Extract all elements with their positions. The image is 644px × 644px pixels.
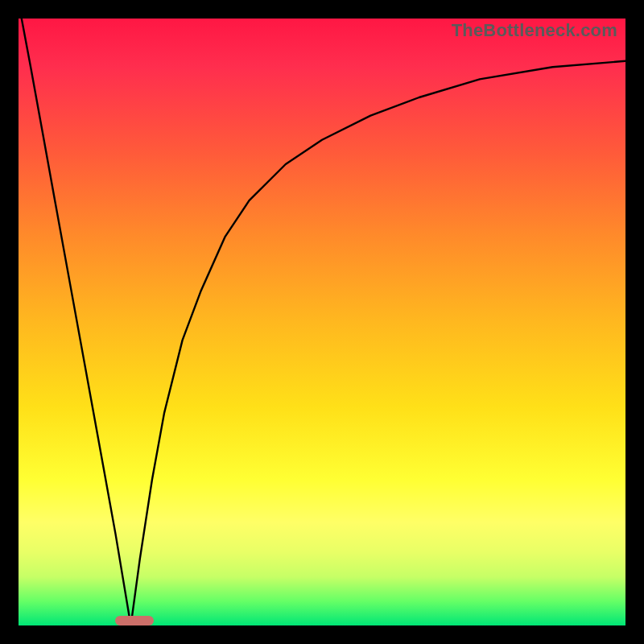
bottleneck-marker bbox=[115, 616, 154, 625]
chart-frame: TheBottleneck.com bbox=[0, 0, 644, 644]
right-curve-series bbox=[131, 61, 626, 625]
curve-layer bbox=[19, 19, 625, 625]
left-line-series bbox=[22, 19, 131, 625]
plot-area: TheBottleneck.com bbox=[19, 19, 625, 625]
